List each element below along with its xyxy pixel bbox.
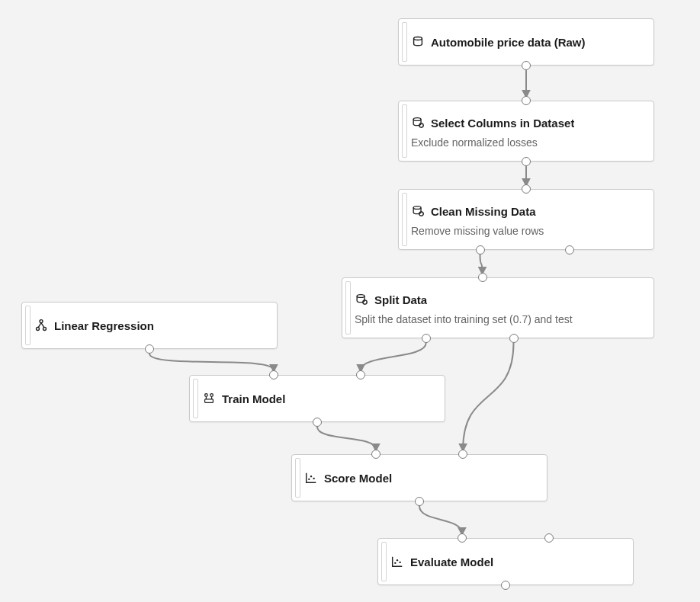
node-title: Train Model: [222, 392, 285, 405]
port[interactable]: [145, 344, 154, 354]
node-handle[interactable]: [193, 379, 198, 418]
node-content: Split Data Split the dataset into traini…: [355, 278, 646, 338]
node-content: Clean Missing Data Remove missing value …: [411, 190, 646, 249]
svg-point-13: [308, 479, 310, 480]
node-handle[interactable]: [381, 542, 387, 581]
port[interactable]: [501, 581, 510, 590]
port[interactable]: [422, 334, 431, 343]
node-title: Select Columns in Dataset: [431, 117, 574, 130]
node-handle[interactable]: [295, 458, 300, 498]
port[interactable]: [476, 245, 485, 255]
port[interactable]: [269, 370, 278, 379]
connector[interactable]: [480, 255, 483, 273]
svg-point-8: [37, 328, 40, 331]
node-description: Exclude normalized losses: [411, 136, 646, 149]
node-description: Remove missing value rows: [411, 225, 646, 237]
svg-point-14: [310, 476, 312, 477]
node-split-data[interactable]: Split Data Split the dataset into traini…: [342, 277, 654, 338]
database-icon: [411, 35, 425, 49]
node-content: Automobile price data (Raw): [411, 19, 646, 65]
port[interactable]: [565, 245, 574, 255]
svg-point-1: [413, 118, 421, 121]
node-train-model[interactable]: Train Model: [189, 375, 445, 422]
node-handle[interactable]: [402, 104, 407, 158]
node-content: Linear Regression: [34, 303, 269, 348]
pipeline-canvas[interactable]: Automobile price data (Raw) Select Colum…: [0, 0, 700, 602]
svg-point-3: [413, 207, 421, 210]
port[interactable]: [544, 533, 554, 543]
node-title: Clean Missing Data: [431, 205, 536, 218]
connector[interactable]: [419, 506, 462, 533]
port[interactable]: [371, 450, 381, 459]
port[interactable]: [458, 450, 467, 459]
node-title: Evaluate Model: [410, 556, 493, 568]
svg-point-5: [357, 295, 364, 298]
port[interactable]: [509, 334, 519, 343]
node-select-columns[interactable]: Select Columns in Dataset Exclude normal…: [398, 101, 654, 162]
node-title: Split Data: [374, 293, 427, 306]
node-title: Score Model: [324, 472, 392, 485]
database-gear-icon: [355, 293, 368, 306]
svg-point-18: [399, 562, 400, 563]
node-title: Linear Regression: [54, 319, 154, 332]
svg-point-10: [205, 394, 208, 397]
node-content: Select Columns in Dataset Exclude normal…: [411, 101, 646, 161]
svg-point-7: [40, 320, 43, 323]
database-gear-icon: [411, 116, 425, 130]
svg-point-16: [394, 562, 396, 564]
node-automobile-price-data[interactable]: Automobile price data (Raw): [398, 18, 654, 66]
scatter-icon: [304, 471, 318, 485]
node-clean-missing-data[interactable]: Clean Missing Data Remove missing value …: [398, 189, 654, 250]
node-evaluate-model[interactable]: Evaluate Model: [377, 538, 634, 585]
node-handle[interactable]: [25, 306, 31, 345]
database-gear-icon: [411, 204, 425, 218]
port[interactable]: [415, 497, 424, 506]
node-content: Score Model: [304, 455, 539, 501]
node-title: Automobile price data (Raw): [431, 36, 586, 49]
port[interactable]: [522, 157, 531, 166]
connector[interactable]: [361, 343, 426, 370]
node-score-model[interactable]: Score Model: [291, 454, 547, 501]
svg-rect-12: [205, 399, 214, 403]
model-icon: [34, 319, 48, 332]
connector[interactable]: [149, 354, 274, 370]
port[interactable]: [313, 418, 322, 427]
node-linear-regression[interactable]: Linear Regression: [21, 302, 278, 349]
port[interactable]: [478, 273, 487, 282]
svg-point-9: [43, 328, 47, 331]
svg-point-0: [414, 37, 422, 40]
node-content: Evaluate Model: [390, 539, 625, 584]
port[interactable]: [458, 533, 467, 543]
svg-point-15: [313, 478, 314, 479]
port[interactable]: [356, 370, 365, 379]
scatter-icon: [390, 555, 404, 568]
node-handle[interactable]: [345, 281, 351, 335]
connector[interactable]: [463, 343, 513, 450]
port[interactable]: [522, 61, 531, 70]
node-handle[interactable]: [402, 193, 407, 246]
train-icon: [202, 392, 216, 405]
node-description: Split the dataset into training set (0.7…: [355, 313, 646, 325]
port[interactable]: [522, 184, 531, 194]
port[interactable]: [522, 96, 531, 105]
node-handle[interactable]: [402, 22, 407, 62]
svg-point-11: [210, 394, 214, 397]
svg-point-17: [397, 559, 398, 561]
node-content: Train Model: [202, 376, 437, 421]
connector[interactable]: [317, 427, 376, 450]
